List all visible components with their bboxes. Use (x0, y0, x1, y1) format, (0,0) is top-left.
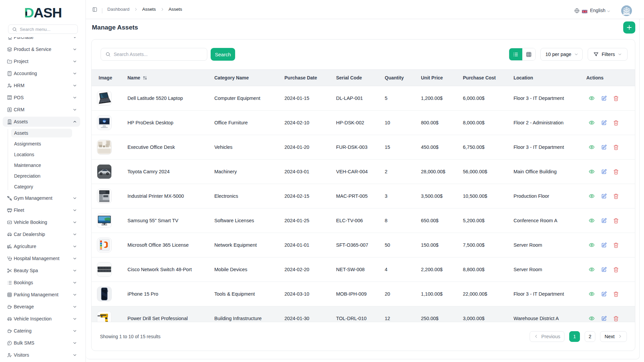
svg-text:hp: hp (103, 120, 106, 122)
